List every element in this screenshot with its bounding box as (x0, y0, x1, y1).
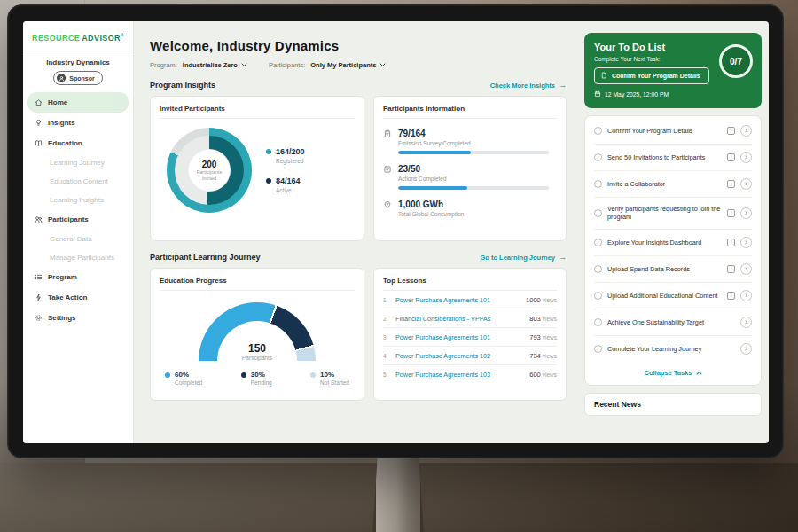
program-icon (35, 273, 43, 281)
info-icon[interactable]: i (727, 153, 735, 161)
sidebar-item-insights[interactable]: Insights (27, 113, 129, 133)
document-icon (600, 72, 607, 80)
card-title: Invited Participants (160, 105, 355, 119)
info-icon[interactable]: i (727, 180, 735, 188)
lesson-link[interactable]: Power Purchase Agreements 103 (395, 371, 524, 379)
sponsor-person-icon (57, 74, 66, 82)
sidebar-item-learning-insights[interactable]: Learning Insights (23, 191, 133, 209)
task-row-upload-educational-content[interactable]: Upload Additional Educational Content i … (594, 283, 752, 309)
chevron-right-icon[interactable]: › (740, 152, 752, 163)
survey-icon (383, 129, 392, 154)
education-progress-card: Education Progress 150 Participants (150, 268, 364, 401)
task-row-confirm-program-details[interactable]: Confirm Your Program Details i › (594, 118, 752, 145)
task-checkbox[interactable] (594, 265, 602, 273)
task-checkbox[interactable] (594, 209, 602, 217)
participants-select[interactable]: Only My Participants (310, 61, 386, 69)
task-row-achieve-sustainability-target[interactable]: Achieve One Sustainability Target i › (594, 309, 752, 336)
recent-news-header: Recent News (584, 393, 762, 416)
sidebar-item-general-data[interactable]: General Data (23, 230, 133, 248)
task-checkbox[interactable] (594, 292, 602, 300)
task-row-complete-learning-journey[interactable]: Complete Your Learning Journey i › (594, 336, 752, 362)
next-task-pill[interactable]: Confirm Your Program Details (594, 67, 709, 84)
info-icon[interactable]: i (727, 239, 735, 246)
sidebar-item-label: Insights (48, 119, 75, 127)
invited-participants-card: Invited Participants 200 Participants In… (150, 96, 364, 241)
chevron-right-icon[interactable]: › (740, 343, 752, 355)
task-checkbox[interactable] (594, 180, 602, 188)
chevron-right-icon[interactable]: › (740, 317, 752, 328)
collapse-tasks-link[interactable]: Collapse Tasks (594, 362, 752, 383)
info-icon[interactable]: i (727, 265, 735, 273)
settings-icon (35, 314, 43, 322)
chevron-right-icon[interactable]: › (740, 207, 752, 219)
location-icon (383, 200, 392, 217)
sidebar-item-label: Settings (48, 314, 76, 322)
stat-actions-completed: 23/50 Actions Completed (383, 164, 557, 190)
legend-dot (310, 372, 316, 378)
arrow-right-icon: → (559, 81, 567, 90)
program-select[interactable]: Industrialize Zero (183, 61, 247, 69)
emission-progress-track (398, 151, 549, 154)
donut-center: 200 Participants Invited (189, 150, 230, 191)
lesson-link[interactable]: Power Purchase Agreements 101 (395, 333, 524, 341)
chevron-right-icon[interactable]: › (740, 290, 752, 301)
participants-information-card: Participants Information 79/164 Emission… (373, 96, 567, 241)
sidebar-item-education-content[interactable]: Education Content (23, 172, 133, 191)
info-icon[interactable]: i (727, 127, 735, 135)
check-more-insights-link[interactable]: Check More Insights→ (490, 81, 567, 90)
invited-participants-donut: 200 Participants Invited (167, 128, 252, 213)
sidebar-item-program[interactable]: Program (27, 267, 129, 287)
task-row-explore-insights[interactable]: Explore Your Insights Dashboard i › (594, 230, 752, 256)
task-row-upload-spend-data[interactable]: Upload Spend Data Records i › (594, 256, 752, 283)
task-checkbox[interactable] (594, 153, 602, 161)
sidebar-item-education[interactable]: Education (27, 133, 129, 153)
sidebar-item-settings[interactable]: Settings (27, 308, 129, 328)
task-checkbox[interactable] (594, 345, 602, 353)
education-gauge: 150 Participants (199, 302, 316, 361)
chevron-right-icon[interactable]: › (740, 263, 752, 275)
screen: RESOURCEADVISOR+ Industry Dynamics Spons… (23, 21, 769, 443)
legend-not-started: 10% Not Started (310, 371, 349, 386)
insights-icon (35, 119, 43, 127)
sidebar-item-label: Education (48, 139, 82, 147)
legend-dot (165, 372, 170, 378)
task-row-verify-participants[interactable]: Verify participants requesting to join t… (594, 198, 752, 230)
section-title-program-insights: Program Insights (150, 81, 215, 90)
monitor-bezel: RESOURCEADVISOR+ Industry Dynamics Spons… (7, 4, 784, 458)
legend-registered: 164/200 Registered (266, 147, 305, 164)
legend-completed: 60% Completed (165, 371, 202, 386)
logo-advisor: ADVISOR (82, 34, 121, 43)
lesson-link[interactable]: Power Purchase Agreements 101 (395, 296, 520, 304)
sidebar-item-home[interactable]: Home (27, 92, 129, 113)
task-checkbox[interactable] (594, 318, 602, 326)
monitor-stand (376, 454, 420, 532)
stat-global-consumption: 1,000 GWh Total Global Consumption (383, 200, 557, 217)
sidebar-item-take-action[interactable]: Take Action (27, 287, 129, 308)
task-row-invite-collaborator[interactable]: Invite a Collaborator i › (594, 171, 752, 198)
logo-plus: + (121, 32, 125, 38)
legend-dot (241, 372, 246, 378)
chevron-up-icon (696, 371, 702, 375)
chevron-right-icon[interactable]: › (740, 125, 752, 137)
sidebar-item-label: Home (48, 98, 67, 106)
chevron-down-icon (241, 63, 247, 67)
task-row-send-invitations[interactable]: Send 50 Invitations to Participants i › (594, 145, 752, 171)
sidebar: RESOURCEADVISOR+ Industry Dynamics Spons… (23, 21, 134, 443)
section-title-learning-journey: Participant Learning Journey (150, 253, 261, 262)
top-lessons-card: Top Lessons 1 Power Purchase Agreements … (373, 268, 567, 401)
sidebar-item-learning-journey[interactable]: Learning Journey (23, 153, 133, 172)
todo-tasks-card: Confirm Your Program Details i › Send 50… (584, 115, 762, 386)
program-label: Program: (150, 61, 177, 69)
lesson-link[interactable]: Power Purchase Agreements 102 (395, 352, 524, 360)
info-icon[interactable]: i (727, 292, 735, 300)
task-checkbox[interactable] (594, 239, 602, 246)
todo-panel: Your To Do List 0/7 Complete Your Next T… (575, 21, 769, 443)
chevron-right-icon[interactable]: › (740, 178, 752, 190)
go-to-learning-journey-link[interactable]: Go to Learning Journey→ (480, 253, 567, 262)
chevron-right-icon[interactable]: › (740, 237, 752, 248)
sidebar-item-manage-participants[interactable]: Manage Participants (23, 248, 133, 267)
lesson-link[interactable]: Financial Considerations - VPPAs (395, 315, 524, 323)
sidebar-item-participants[interactable]: Participants (27, 209, 129, 230)
info-icon[interactable]: i (727, 209, 735, 217)
task-checkbox[interactable] (594, 127, 602, 135)
